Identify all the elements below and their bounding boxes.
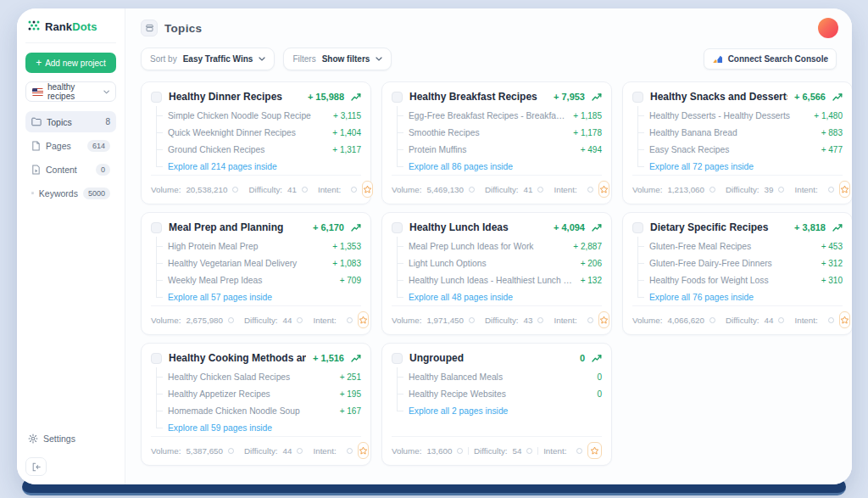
info-icon[interactable]: [297, 448, 303, 454]
add-new-project-button[interactable]: + Add new project: [25, 53, 116, 73]
favorite-button[interactable]: [587, 442, 602, 459]
info-icon[interactable]: [228, 317, 234, 323]
star-icon: [599, 185, 609, 194]
info-icon[interactable]: [457, 448, 463, 454]
info-icon[interactable]: [828, 187, 834, 193]
info-icon[interactable]: [709, 187, 715, 193]
explore-pages-link[interactable]: Explore all 59 pages inside: [168, 423, 272, 433]
info-icon[interactable]: [778, 317, 784, 323]
explore-pages-link[interactable]: Explore all 72 pages inside: [649, 162, 754, 171]
page-label[interactable]: Healthy Appetizer Recipes: [168, 389, 333, 399]
topic-card-header: Meal Prep and Planning + 6,170: [151, 221, 361, 233]
connect-search-console-label: Connect Search Console: [728, 54, 828, 64]
info-icon[interactable]: [469, 187, 475, 193]
page-label[interactable]: Healthy Balanced Meals: [409, 372, 590, 382]
topic-checkbox[interactable]: [392, 353, 403, 364]
favorite-button[interactable]: [362, 181, 373, 198]
page-label[interactable]: Healthy Banana Bread: [649, 128, 815, 137]
difficulty-label: Difficulty:: [485, 316, 519, 325]
page-label[interactable]: Homemade Chicken Noodle Soup: [168, 406, 333, 416]
topic-traffic-delta: + 7,953: [554, 92, 585, 102]
filters-dropdown[interactable]: Filters Show filters: [283, 48, 392, 70]
info-icon[interactable]: [232, 187, 238, 193]
page-delta: + 2,887: [573, 242, 602, 251]
topic-card: Meal Prep and Planning + 6,170 High Prot…: [141, 212, 371, 335]
topic-checkbox[interactable]: [632, 222, 643, 233]
project-select[interactable]: healthy recipes: [25, 81, 116, 102]
page-label[interactable]: Healthy Foods for Weight Loss: [649, 276, 815, 285]
page-label[interactable]: Protein Muffins: [409, 145, 574, 154]
info-icon[interactable]: [526, 448, 532, 454]
connect-search-console-button[interactable]: Connect Search Console: [704, 48, 837, 70]
page-label[interactable]: Healthy Recipe Websites: [409, 389, 590, 399]
info-icon[interactable]: [587, 187, 593, 193]
page-label[interactable]: Light Lunch Options: [409, 259, 574, 268]
favorite-button[interactable]: [358, 311, 369, 328]
favorite-button[interactable]: [839, 311, 850, 328]
sidebar-item-content[interactable]: Content 0: [25, 159, 116, 180]
search-console-icon: [712, 53, 723, 64]
topic-checkbox[interactable]: [151, 222, 162, 233]
info-icon[interactable]: [469, 317, 475, 323]
topic-checkbox[interactable]: [632, 92, 643, 103]
page-label[interactable]: Healthy Vegetarian Meal Delivery: [168, 259, 326, 268]
info-icon[interactable]: [347, 317, 353, 323]
info-icon[interactable]: [302, 187, 308, 193]
page-label[interactable]: Quick Weeknight Dinner Recipes: [168, 128, 326, 137]
info-icon[interactable]: [228, 448, 234, 454]
topic-checkbox[interactable]: [392, 92, 403, 103]
explore-pages-link[interactable]: Explore all 76 pages inside: [649, 293, 754, 302]
page-label[interactable]: High Protein Meal Prep: [168, 242, 326, 251]
page-label[interactable]: Meal Prep Lunch Ideas for Work: [409, 242, 566, 251]
info-icon[interactable]: [778, 187, 784, 193]
page-delta: + 206: [581, 259, 602, 268]
explore-pages-link[interactable]: Explore all 214 pages inside: [168, 162, 277, 171]
info-icon[interactable]: [587, 317, 593, 323]
page-label[interactable]: Gluten-Free Meal Recipes: [649, 242, 815, 251]
page-label[interactable]: Healthy Chicken Salad Recipes: [168, 372, 333, 382]
favorite-button[interactable]: [839, 181, 850, 198]
page-label[interactable]: Egg-Free Breakfast Recipes - Breakfast F…: [409, 111, 566, 120]
page-label[interactable]: Healthy Lunch Ideas - Healthiest Lunch R…: [409, 276, 574, 285]
favorite-button[interactable]: [598, 311, 609, 328]
collapse-sidebar-button[interactable]: [25, 457, 47, 476]
info-icon[interactable]: [347, 448, 353, 454]
intent-label: Intent:: [313, 316, 336, 325]
explore-row: Explore all 72 pages inside: [637, 158, 843, 175]
page-label[interactable]: Ground Chicken Recipes: [168, 145, 326, 154]
topic-checkbox[interactable]: [392, 222, 403, 233]
info-icon[interactable]: [537, 317, 543, 323]
page-label[interactable]: Weekly Meal Prep Ideas: [168, 276, 333, 285]
page-label[interactable]: Smoothie Recipes: [409, 128, 566, 137]
sidebar-item-keywords[interactable]: Keywords 5000: [25, 182, 116, 204]
favorite-button[interactable]: [358, 442, 369, 459]
topic-checkbox[interactable]: [151, 92, 162, 103]
explore-pages-link[interactable]: Explore all 57 pages inside: [168, 293, 272, 302]
page-delta: + 1,083: [332, 259, 361, 268]
topic-checkbox[interactable]: [151, 353, 162, 364]
page-delta: + 1,353: [332, 242, 361, 251]
explore-pages-link[interactable]: Explore all 48 pages inside: [409, 293, 513, 302]
info-icon[interactable]: [709, 317, 715, 323]
sidebar-item-settings[interactable]: Settings: [25, 430, 116, 447]
info-icon[interactable]: [297, 317, 303, 323]
page-label[interactable]: Gluten-Free Dairy-Free Dinners: [649, 259, 815, 268]
star-icon: [359, 316, 368, 325]
info-icon[interactable]: [537, 187, 543, 193]
info-icon[interactable]: [351, 187, 357, 193]
topic-card: Healthy Lunch Ideas + 4,094 Meal Prep Lu…: [381, 212, 612, 335]
info-icon[interactable]: [828, 317, 834, 323]
user-avatar[interactable]: [818, 18, 838, 38]
explore-pages-link[interactable]: Explore all 2 pages inside: [409, 406, 508, 416]
page-label[interactable]: Simple Chicken Noodle Soup Recipe: [168, 111, 326, 120]
sort-by-dropdown[interactable]: Sort by Easy Traffic Wins: [141, 48, 275, 70]
info-icon[interactable]: [576, 448, 582, 454]
page-label[interactable]: Healthy Desserts - Healthy Desserts: [649, 111, 807, 120]
sidebar-item-topics[interactable]: Topics 8: [25, 111, 116, 132]
page-label[interactable]: Easy Snack Recipes: [649, 145, 815, 154]
topic-card: Dietary Specific Recipes + 3,818 Gluten-…: [622, 212, 852, 335]
explore-pages-link[interactable]: Explore all 86 pages inside: [409, 162, 513, 171]
sidebar-item-pages[interactable]: Pages 614: [25, 135, 116, 156]
brand-logo[interactable]: RankDots: [25, 20, 116, 43]
favorite-button[interactable]: [598, 181, 609, 198]
